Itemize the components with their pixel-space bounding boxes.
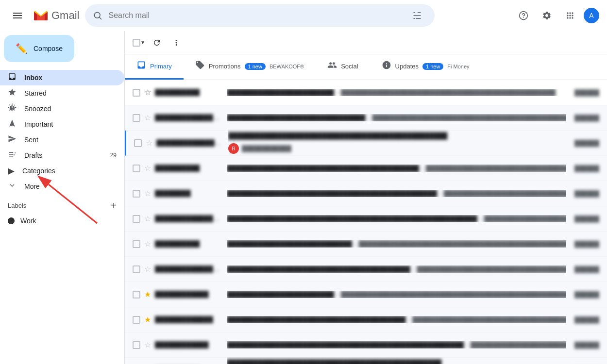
row-checkbox[interactable] — [133, 114, 140, 122]
social-tab-label: Social — [341, 63, 358, 70]
row-avatar: R — [228, 143, 239, 154]
updates-tab-label: Updates — [395, 63, 419, 70]
email-area: ▼ Primary — [124, 31, 607, 364]
select-all-area[interactable]: ▼ — [133, 39, 145, 47]
row-time: ██████ — [570, 215, 599, 222]
row-star-icon[interactable]: ☆ — [144, 113, 151, 122]
refresh-button[interactable] — [149, 35, 165, 50]
row-star-icon[interactable]: ☆ — [144, 340, 151, 349]
select-all-checkbox[interactable] — [133, 39, 140, 47]
hamburger-menu-button[interactable] — [8, 6, 27, 25]
row-star-icon[interactable]: ☆ — [144, 164, 151, 173]
sidebar-item-more[interactable]: More — [0, 179, 124, 194]
topbar: Gmail — [0, 0, 607, 31]
label-dot-work — [8, 217, 15, 224]
row-subject: ████████████████████████████████████████… — [227, 190, 437, 197]
settings-button[interactable] — [537, 6, 556, 25]
labels-title: Labels — [8, 202, 26, 209]
tab-social[interactable]: Social — [316, 54, 370, 80]
row-checkbox[interactable] — [133, 190, 140, 198]
row-time: ██████ — [570, 266, 599, 273]
gmail-text: Gmail — [51, 9, 79, 22]
email-row[interactable]: ★ ████████████ ████████████████████████ … — [125, 282, 607, 307]
email-row[interactable]: ☆ ████████████████ █████████████████████… — [125, 131, 607, 156]
tab-promotions[interactable]: Promotions 1 new BEWAKOOF® — [184, 54, 316, 80]
email-row[interactable]: ☆ ████████████████ █████████████████████… — [125, 206, 607, 232]
email-row[interactable]: ☆ ██████████ ████████████████████████ - … — [125, 80, 607, 105]
row-sender: ████████ — [155, 190, 223, 197]
important-label: Important — [24, 120, 117, 128]
email-row[interactable]: ☆ ██████████ ███████████████████████████… — [125, 156, 607, 181]
search-input[interactable] — [108, 11, 402, 20]
compose-button[interactable]: ✏️ Compose — [4, 35, 74, 62]
row-content: ████████████████████████████████████████… — [227, 341, 566, 348]
row-checkbox[interactable] — [133, 240, 140, 248]
row-star-icon[interactable]: ☆ — [146, 138, 152, 148]
row-time: ██████ — [570, 291, 599, 298]
row-subject: ████████████████████████████████████████… — [227, 215, 477, 222]
promotions-tab-label: Promotions — [209, 63, 241, 70]
starred-label: Starred — [24, 89, 117, 97]
sidebar-item-sent[interactable]: Sent — [0, 132, 124, 148]
avatar[interactable]: A — [584, 8, 599, 23]
search-options-icon — [412, 11, 422, 20]
compose-icon: ✏️ — [16, 43, 28, 54]
row-checkbox[interactable] — [133, 89, 140, 97]
sidebar-item-important[interactable]: Important — [0, 116, 124, 132]
row-star-icon[interactable]: ☆ — [144, 88, 151, 97]
row-subject: ████████████████████████████████████████… — [227, 359, 441, 364]
row-star-icon[interactable]: ☆ — [144, 214, 151, 223]
email-row[interactable]: ☆ ██████████ ███████████████████████████… — [125, 358, 607, 364]
row-preview: - ██████████████████████████████████████… — [408, 316, 566, 323]
row-sender: ██████████ — [155, 240, 223, 248]
sidebar-item-starred[interactable]: Starred — [0, 85, 124, 101]
sidebar-item-drafts[interactable]: Drafts 29 — [0, 148, 124, 163]
label-item-work[interactable]: Work — [0, 213, 124, 229]
row-star-icon[interactable]: ★ — [144, 315, 151, 324]
email-row[interactable]: ☆ ████████████ █████████████████████████… — [125, 332, 607, 358]
row-preview: - ██████████████████████████████████████… — [337, 291, 566, 298]
sidebar-item-snoozed[interactable]: Snoozed — [0, 101, 124, 116]
add-label-button[interactable]: + — [111, 200, 117, 211]
sidebar-item-inbox[interactable]: Inbox — [0, 70, 124, 85]
sent-icon — [8, 134, 17, 146]
drafts-icon — [8, 150, 17, 161]
tab-primary[interactable]: Primary — [125, 54, 184, 80]
row-preview: - ██████████████████████████████████ — [422, 165, 566, 172]
row-checkbox[interactable] — [133, 215, 140, 223]
row-checkbox[interactable] — [133, 165, 140, 172]
more-chevron-icon — [8, 181, 17, 192]
row-checkbox[interactable] — [133, 265, 140, 273]
apps-button[interactable] — [560, 6, 580, 25]
email-row[interactable]: ★ █████████████ ████████████████████████… — [125, 307, 607, 332]
row-checkbox[interactable] — [133, 291, 140, 298]
drafts-label: Drafts — [24, 151, 102, 159]
email-row[interactable]: ☆ ████████████████████ █████████████████… — [125, 257, 607, 282]
help-button[interactable] — [514, 6, 533, 25]
row-subject: ████████████████████████████ — [227, 240, 352, 248]
row-star-icon[interactable]: ☆ — [144, 265, 151, 274]
row-checkbox[interactable] — [133, 316, 140, 324]
row-star-icon[interactable]: ☆ — [144, 189, 151, 198]
starred-icon — [8, 88, 17, 99]
email-row[interactable]: ☆ ████████████████ █████████████████████… — [125, 105, 607, 131]
select-dropdown-icon[interactable]: ▼ — [140, 40, 145, 45]
updates-tab-badge: 1 new — [422, 63, 443, 70]
tab-updates[interactable]: Updates 1 new Fi Money — [370, 54, 481, 80]
email-row[interactable]: ☆ ████████ █████████████████████████████… — [125, 181, 607, 206]
search-options-button[interactable] — [407, 6, 427, 25]
row-sender: ████████████████ — [155, 114, 223, 121]
row-star-icon[interactable]: ★ — [144, 290, 151, 299]
primary-tab-icon — [136, 60, 146, 72]
row-checkbox[interactable] — [134, 139, 142, 147]
row-sender: ████████████████ — [155, 215, 223, 222]
sidebar-item-categories[interactable]: ▶ Categories — [0, 163, 124, 179]
row-avatar-text: ████████████ — [242, 145, 291, 152]
more-options-button[interactable] — [169, 35, 184, 50]
row-star-icon[interactable]: ☆ — [144, 239, 151, 248]
settings-icon — [542, 11, 552, 20]
row-preview: - ████████████████████ — [480, 215, 566, 222]
email-row[interactable]: ☆ ██████████ ███████████████████████████… — [125, 232, 607, 257]
gmail-logo[interactable]: Gmail — [33, 8, 79, 23]
row-checkbox[interactable] — [133, 341, 140, 349]
